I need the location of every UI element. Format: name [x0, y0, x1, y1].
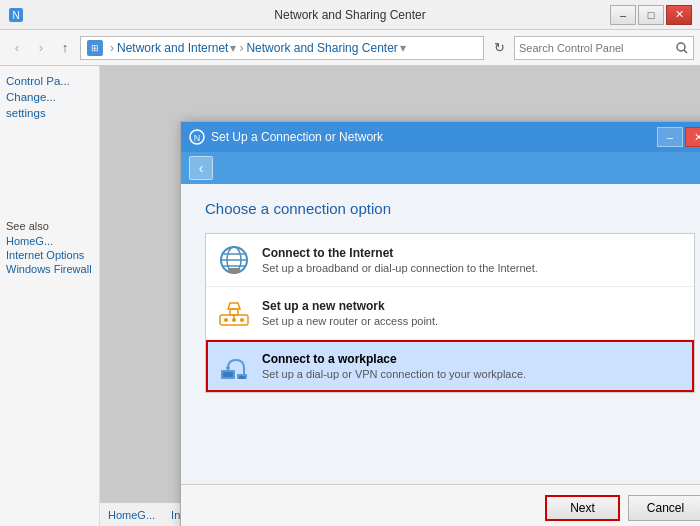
- breadcrumb-network-internet[interactable]: Network and Internet: [117, 41, 228, 55]
- search-icon: [676, 42, 688, 54]
- dialog-footer: Next Cancel: [181, 484, 700, 526]
- window-close-button[interactable]: ✕: [666, 5, 692, 25]
- option-workplace-icon: [218, 350, 250, 382]
- sidebar-item-settings[interactable]: settings: [6, 106, 93, 120]
- dialog-body: Choose a connection option: [181, 184, 700, 484]
- svg-text:N: N: [12, 10, 19, 21]
- dialog-minimize-btn[interactable]: –: [657, 127, 683, 147]
- option-workplace-title: Connect to a workplace: [262, 352, 682, 366]
- option-new-network-icon: [218, 297, 250, 329]
- dialog-close-btn[interactable]: ✕: [685, 127, 700, 147]
- option-new-network[interactable]: Set up a new network Set up a new router…: [206, 287, 694, 340]
- option-new-network-desc: Set up a new router or access point.: [262, 315, 682, 327]
- option-new-network-title: Set up a new network: [262, 299, 682, 313]
- svg-point-13: [224, 318, 228, 322]
- option-workplace[interactable]: Connect to a workplace Set up a dial-up …: [206, 340, 694, 392]
- title-bar: N Network and Sharing Center – □ ✕: [0, 0, 700, 30]
- search-input[interactable]: [515, 42, 671, 54]
- search-button[interactable]: [671, 37, 693, 59]
- window-title: Network and Sharing Center: [274, 8, 425, 22]
- dialog-back-bar: ‹: [181, 152, 700, 184]
- dialog-title-controls: – ✕: [657, 127, 700, 147]
- option-internet[interactable]: Connect to the Internet Set up a broadba…: [206, 234, 694, 287]
- svg-rect-22: [239, 376, 245, 379]
- svg-text:N: N: [194, 133, 201, 143]
- svg-rect-16: [230, 309, 238, 315]
- svg-point-23: [226, 366, 230, 370]
- sidebar-link-homeg[interactable]: HomeG...: [6, 235, 93, 247]
- up-button[interactable]: ↑: [54, 37, 76, 59]
- dialog-titlebar: N Set Up a Connection or Network – ✕: [181, 122, 700, 152]
- sidebar-item-controlpanel[interactable]: Control Pa...: [6, 74, 93, 88]
- content-pane: nt. N Set Up a Connection or Network: [100, 66, 700, 526]
- title-bar-icon-area: N: [8, 7, 24, 23]
- back-button[interactable]: ‹: [6, 37, 28, 59]
- option-new-network-text: Set up a new network Set up a new router…: [262, 299, 682, 327]
- option-internet-icon: [218, 244, 250, 276]
- dialog-heading: Choose a connection option: [205, 200, 695, 217]
- breadcrumb-icon: ⊞: [87, 40, 103, 56]
- status-homeg[interactable]: HomeG...: [108, 509, 155, 521]
- svg-rect-20: [223, 372, 233, 377]
- setup-icon: N: [189, 129, 205, 145]
- sidebar: Control Pa... Change... settings See als…: [0, 66, 100, 526]
- sidebar-link-internet-options[interactable]: Internet Options: [6, 249, 93, 261]
- svg-line-3: [684, 50, 687, 53]
- search-box: [514, 36, 694, 60]
- sidebar-link-windows-firewall[interactable]: Windows Firewall: [6, 263, 93, 275]
- cancel-button[interactable]: Cancel: [628, 495, 700, 521]
- svg-marker-18: [228, 303, 240, 309]
- svg-point-2: [677, 43, 685, 51]
- svg-point-15: [240, 318, 244, 322]
- option-internet-text: Connect to the Internet Set up a broadba…: [262, 246, 682, 274]
- refresh-button[interactable]: ↻: [488, 37, 510, 59]
- dialog-title-text: Set Up a Connection or Network: [211, 130, 383, 144]
- sidebar-item-change[interactable]: Change...: [6, 90, 93, 104]
- svg-rect-11: [228, 268, 240, 273]
- next-button[interactable]: Next: [545, 495, 620, 521]
- forward-button[interactable]: ›: [30, 37, 52, 59]
- setup-dialog: N Set Up a Connection or Network – ✕ ‹ C…: [180, 121, 700, 526]
- app-icon: N: [8, 7, 24, 23]
- dialog-title-icon: N: [189, 129, 205, 145]
- option-internet-title: Connect to the Internet: [262, 246, 682, 260]
- see-also-label: See also: [6, 220, 93, 232]
- dialog-back-button[interactable]: ‹: [189, 156, 213, 180]
- window-controls: – □ ✕: [610, 5, 692, 25]
- connection-options-list: Connect to the Internet Set up a broadba…: [205, 233, 695, 393]
- nav-buttons: ‹ › ↑: [6, 37, 76, 59]
- dialog-title-left: N Set Up a Connection or Network: [189, 129, 383, 145]
- maximize-button[interactable]: □: [638, 5, 664, 25]
- breadcrumb-bar: ⊞ › Network and Internet ▾ › Network and…: [80, 36, 484, 60]
- option-internet-desc: Set up a broadband or dial-up connection…: [262, 262, 682, 274]
- main-area: Control Pa... Change... settings See als…: [0, 66, 700, 526]
- address-bar: ‹ › ↑ ⊞ › Network and Internet ▾ › Netwo…: [0, 30, 700, 66]
- minimize-button[interactable]: –: [610, 5, 636, 25]
- breadcrumb-sharing-center[interactable]: Network and Sharing Center: [246, 41, 397, 55]
- option-workplace-text: Connect to a workplace Set up a dial-up …: [262, 352, 682, 380]
- option-workplace-desc: Set up a dial-up or VPN connection to yo…: [262, 368, 682, 380]
